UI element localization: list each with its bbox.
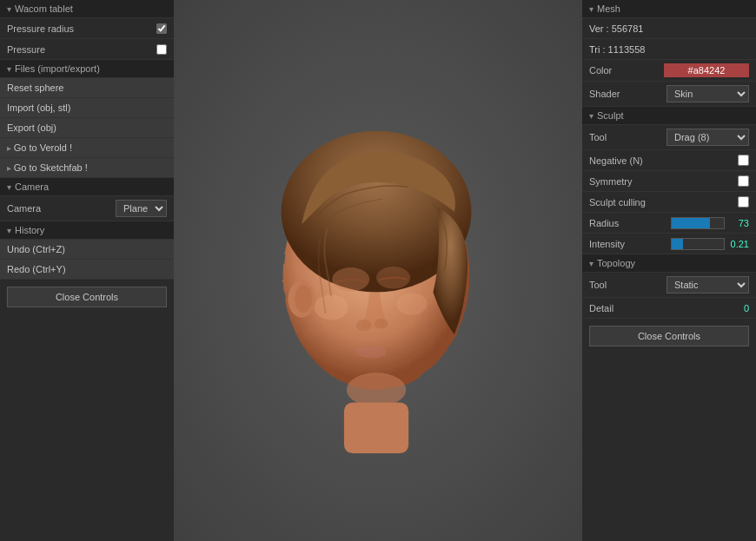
redo-button[interactable]: Redo (Ctrl+Y): [0, 260, 174, 280]
detail-label: Detail: [589, 303, 725, 313]
radius-value: 73: [728, 218, 749, 228]
undo-button[interactable]: Undo (Ctrl+Z): [0, 240, 174, 260]
tri-row: Tri : 1113558: [582, 39, 756, 60]
camera-select[interactable]: Plane Orbit Free: [116, 200, 167, 217]
svg-point-9: [396, 293, 427, 314]
color-row: Color #a84242: [582, 60, 756, 82]
import-obj-button[interactable]: Import (obj, stl): [0, 98, 174, 118]
shader-row: Shader Skin Matcap Normal: [582, 82, 756, 107]
left-close-controls-button[interactable]: Close Controls: [7, 287, 167, 307]
topology-tool-label: Tool: [589, 280, 663, 290]
reset-sphere-button[interactable]: Reset sphere: [0, 78, 174, 98]
symmetry-checkbox[interactable]: [738, 175, 749, 187]
svg-point-12: [295, 285, 312, 312]
pressure-label: Pressure: [7, 44, 156, 55]
radius-slider-container: 73: [671, 217, 749, 229]
svg-point-10: [347, 373, 406, 406]
svg-point-7: [375, 318, 388, 328]
tool-select[interactable]: Drag (8) Smooth Inflate Flatten Pinch Cr…: [666, 129, 749, 146]
color-label: Color: [589, 65, 660, 76]
negative-checkbox[interactable]: [738, 155, 749, 166]
symmetry-row: Symmetry: [582, 171, 756, 192]
camera-header: Camera: [0, 178, 174, 196]
intensity-slider[interactable]: [671, 238, 725, 250]
ver-row: Ver : 556781: [582, 18, 756, 39]
intensity-label: Intensity: [589, 239, 667, 249]
topology-section-header: Topology: [582, 254, 756, 273]
intensity-row: Intensity 0.21: [582, 234, 756, 254]
detail-row: Detail 0: [582, 298, 756, 319]
right-close-controls-button[interactable]: Close Controls: [589, 326, 749, 346]
wacom-tablet-header: Wacom tablet: [0, 0, 174, 18]
intensity-value: 0.21: [728, 239, 749, 249]
left-panel: Wacom tablet Pressure radius Pressure Fi…: [0, 0, 174, 541]
mesh-section-header: Mesh: [582, 0, 756, 18]
viewport[interactable]: [174, 0, 582, 541]
pressure-row: Pressure: [0, 39, 174, 60]
sculpt-culling-checkbox[interactable]: [738, 196, 749, 208]
negative-row: Negative (N): [582, 150, 756, 171]
negative-label: Negative (N): [589, 155, 734, 166]
export-obj-button[interactable]: Export (obj): [0, 118, 174, 138]
shader-label: Shader: [589, 89, 663, 99]
pressure-radius-row: Pressure radius: [0, 18, 174, 39]
radius-label: Radius: [589, 218, 667, 228]
sculpt-section-header: Sculpt: [582, 107, 756, 125]
history-header: History: [0, 221, 174, 240]
go-to-sketchfab-button[interactable]: Go to Sketchfab !: [0, 158, 174, 178]
tool-label: Tool: [589, 132, 663, 142]
tool-row: Tool Drag (8) Smooth Inflate Flatten Pin…: [582, 125, 756, 150]
sculpt-culling-label: Sculpt culling: [589, 197, 734, 208]
files-header: Files (import/export): [0, 60, 174, 78]
symmetry-label: Symmetry: [589, 176, 734, 187]
shader-select[interactable]: Skin Matcap Normal: [666, 85, 749, 102]
svg-point-8: [315, 294, 348, 320]
radius-row: Radius 73: [582, 213, 756, 234]
sculpt-culling-row: Sculpt culling: [582, 192, 756, 213]
svg-point-6: [356, 319, 372, 331]
radius-slider[interactable]: [671, 217, 725, 229]
pressure-radius-label: Pressure radius: [7, 23, 156, 34]
go-to-verold-button[interactable]: Go to Verold !: [0, 138, 174, 158]
detail-value: 0: [728, 303, 749, 313]
head-model: [248, 89, 508, 453]
svg-rect-1: [344, 402, 408, 453]
intensity-slider-container: 0.21: [671, 238, 749, 250]
camera-row: Camera Plane Orbit Free: [0, 196, 174, 221]
topology-tool-select[interactable]: Static Dynamic Adaptive: [666, 276, 749, 294]
topology-tool-row: Tool Static Dynamic Adaptive: [582, 273, 756, 298]
ver-value: Ver : 556781: [589, 23, 643, 34]
right-panel: Mesh Ver : 556781 Tri : 1113558 Color #a…: [582, 0, 756, 541]
camera-label: Camera: [7, 203, 109, 214]
pressure-checkbox[interactable]: [156, 44, 167, 55]
pressure-radius-checkbox[interactable]: [156, 23, 167, 34]
tri-value: Tri : 1113558: [589, 44, 645, 55]
color-swatch-button[interactable]: #a84242: [664, 63, 749, 77]
